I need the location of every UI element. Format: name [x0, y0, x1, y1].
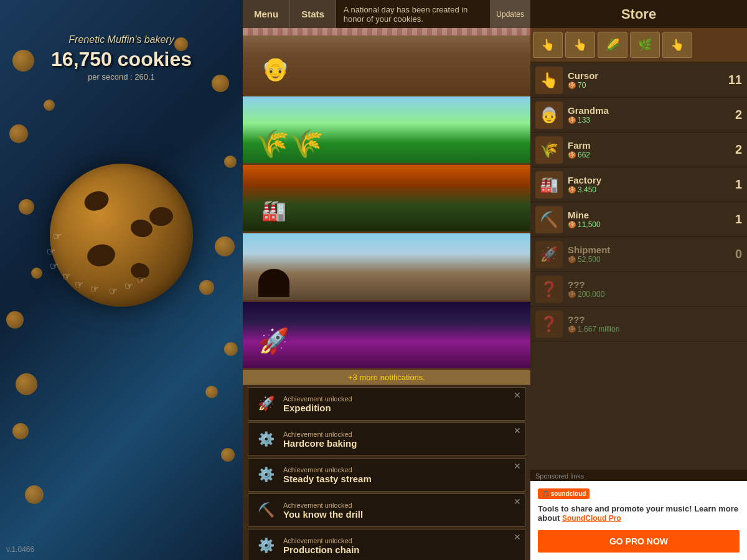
- store-tab-4[interactable]: 👆: [662, 32, 692, 58]
- achievement-icon-expedition: 🚀: [255, 393, 277, 415]
- achievements-container: 🚀 Achievement unlocked Expedition ✕ ⚙️ A…: [243, 387, 530, 560]
- cookie-icon-4: 🍪: [568, 221, 576, 228]
- cookie-icon-2: 🍪: [568, 151, 576, 159]
- cursor-ring-7: ☞: [109, 285, 118, 297]
- store-item-shipment: 🚀 Shipment 🍪52,500 0: [530, 237, 747, 272]
- store-tab-1[interactable]: 👆: [565, 32, 595, 58]
- store-item-cursor[interactable]: 👆 Cursor 🍪70 11: [530, 63, 747, 98]
- ad-button[interactable]: GO PRO NOW: [538, 530, 740, 553]
- cookie-chip: [82, 188, 111, 214]
- achievement-card-you-know-the-drill[interactable]: ⛏️ Achievement unlocked You know the dri…: [248, 493, 525, 527]
- bg-cookie: [221, 448, 235, 462]
- mine-zone: 🏭: [243, 165, 530, 233]
- achievement-close-steady-tasty-stream[interactable]: ✕: [514, 461, 521, 471]
- cursor-ring-6: ☞: [90, 283, 99, 295]
- cursor-ring-3: ☞: [50, 260, 59, 272]
- store-tab-2[interactable]: 🌽: [598, 32, 627, 58]
- achievement-label-you-know-the-drill: Achievement unlocked: [283, 502, 519, 509]
- item-name-7: ???: [568, 314, 718, 325]
- item-name-2: Farm: [568, 140, 718, 151]
- left-panel: Frenetic Muffin's bakery 16,750 cookies …: [0, 0, 243, 560]
- item-price-0: 🍪70: [568, 81, 718, 90]
- more-notifications[interactable]: +3 more notifications.: [243, 370, 530, 385]
- cursor-ring-1: ☞: [53, 230, 62, 242]
- ad-box: 🎵 soundcloud Tools to share and promote …: [530, 481, 747, 560]
- item-price-5: 🍪52,500: [568, 255, 718, 264]
- stats-button[interactable]: Stats: [290, 0, 336, 28]
- achievement-text-production-chain: Achievement unlocked Production chain: [283, 537, 519, 555]
- item-info-2: Farm 🍪662: [563, 140, 723, 159]
- bg-cookie: [6, 311, 24, 329]
- news-text: A national day has been created in honor…: [336, 0, 490, 28]
- store-item-factory[interactable]: 🏭 Factory 🍪3,450 1: [530, 167, 747, 202]
- store-title: Store: [621, 6, 656, 22]
- cursor-ring-2: ☞: [47, 246, 55, 258]
- bg-cookie: [215, 236, 235, 256]
- store-tab-0[interactable]: 👆: [533, 32, 563, 58]
- ad-soundcloud: 🎵 soundcloud: [538, 488, 740, 499]
- achievement-text-steady-tasty-stream: Achievement unlocked Steady tasty stream: [283, 466, 519, 484]
- achievement-close-expedition[interactable]: ✕: [514, 390, 521, 400]
- space-zone: 🚀: [243, 302, 530, 370]
- big-cookie[interactable]: [50, 164, 193, 307]
- version-text: v.1.0466: [6, 545, 34, 554]
- ad-link[interactable]: SoundCloud Pro: [562, 514, 621, 523]
- item-icon-0: 👆: [535, 67, 563, 94]
- item-count-1: 2: [723, 108, 742, 122]
- cursor-ring-4: ☞: [62, 271, 71, 282]
- store-item-farm[interactable]: 🌾 Farm 🍪662 2: [530, 133, 747, 167]
- shipment-zone: [243, 233, 530, 302]
- item-name-3: Factory: [568, 175, 718, 185]
- achievement-card-steady-tasty-stream[interactable]: ⚙️ Achievement unlocked Steady tasty str…: [248, 458, 525, 492]
- store-header: Store: [530, 0, 747, 28]
- item-icon-4: ⛏️: [535, 206, 563, 233]
- farm-haybales: 🌾🌾: [255, 128, 324, 160]
- updates-badge[interactable]: Updates: [490, 0, 530, 28]
- bg-cookie: [25, 485, 44, 504]
- store-tab-3[interactable]: 🌿: [630, 32, 660, 58]
- achievement-card-production-chain[interactable]: ⚙️ Achievement unlocked Production chain…: [248, 529, 525, 560]
- item-icon-7: ❓: [535, 310, 563, 338]
- zone-top-bar: [243, 28, 530, 35]
- cookie-chip: [85, 242, 116, 268]
- sponsored-label: Sponsored links: [535, 472, 742, 480]
- store-item-mine[interactable]: ⛏️ Mine 🍪11,500 1: [530, 202, 747, 237]
- cookie-count: 16,750 cookies: [0, 48, 243, 71]
- mine-figure: 🏭: [261, 198, 286, 222]
- ad-headline: Tools to share and promote your music! L…: [538, 504, 740, 523]
- achievement-icon-hardcore-baking: ⚙️: [255, 428, 277, 450]
- sc-logo: 🎵 soundcloud: [538, 488, 590, 499]
- grandma-figure: 👴: [261, 56, 289, 82]
- bg-cookie: [19, 199, 34, 215]
- bg-cookie: [12, 423, 29, 439]
- store-item-grandma[interactable]: 👵 Grandma 🍪133 2: [530, 98, 747, 133]
- achievement-text-you-know-the-drill: Achievement unlocked You know the drill: [283, 502, 519, 520]
- item-info-6: ??? 🍪200,000: [563, 279, 723, 299]
- cursor-ring-5: ☞: [75, 279, 83, 291]
- item-icon-1: 👵: [535, 101, 563, 129]
- achievement-label-production-chain: Achievement unlocked: [283, 537, 519, 544]
- bg-cookie: [205, 386, 218, 398]
- achievement-close-you-know-the-drill[interactable]: ✕: [514, 497, 521, 506]
- achievement-card-expedition[interactable]: 🚀 Achievement unlocked Expedition ✕: [248, 387, 525, 421]
- bg-cookie: [31, 268, 42, 279]
- bg-cookie: [16, 373, 37, 395]
- item-icon-6: ❓: [535, 276, 563, 303]
- achievement-close-production-chain[interactable]: ✕: [514, 532, 521, 542]
- achievement-card-hardcore-baking[interactable]: ⚙️ Achievement unlocked Hardcore baking …: [248, 422, 525, 456]
- achievement-label-steady-tasty-stream: Achievement unlocked: [283, 466, 519, 474]
- achievement-name-production-chain: Production chain: [283, 544, 519, 555]
- achievement-text-hardcore-baking: Achievement unlocked Hardcore baking: [283, 431, 519, 449]
- bg-cookie: [224, 342, 238, 356]
- notifications-area: +3 more notifications. 🚀 Achievement unl…: [243, 370, 530, 560]
- cave-entrance: [258, 269, 289, 297]
- per-second: per second : 260.1: [0, 72, 243, 82]
- item-info-7: ??? 🍪1.667 million: [563, 314, 723, 334]
- item-price-2: 🍪662: [568, 151, 718, 159]
- menu-button[interactable]: Menu: [243, 0, 290, 28]
- cookie-chip: [149, 206, 174, 226]
- item-name-6: ???: [568, 279, 718, 290]
- achievement-name-you-know-the-drill: You know the drill: [283, 509, 519, 520]
- achievement-icon-you-know-the-drill: ⛏️: [255, 499, 277, 521]
- achievement-close-hardcore-baking[interactable]: ✕: [514, 426, 521, 436]
